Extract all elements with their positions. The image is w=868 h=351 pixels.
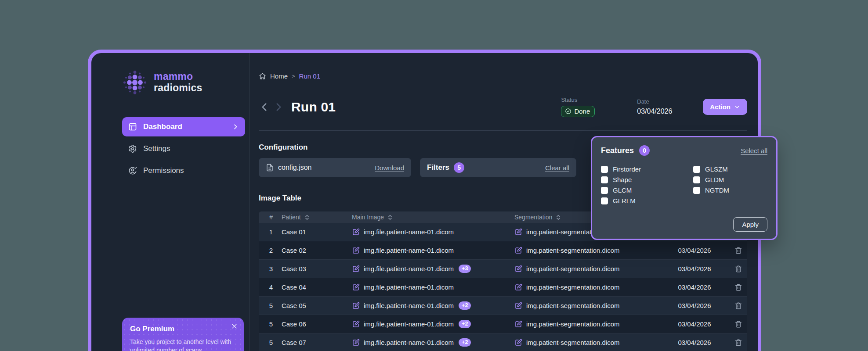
feature-option[interactable]: Shape [601, 176, 693, 183]
table-row[interactable]: 3 Case 03 img.file.patient-name-01.dicom… [259, 260, 747, 278]
features-count-badge: 0 [639, 145, 650, 156]
edit-icon[interactable] [514, 228, 522, 236]
features-popup: Features 0 Select all Firstorder Shape G… [591, 136, 778, 240]
feature-option[interactable]: GLCM [601, 186, 693, 194]
apply-button[interactable]: Apply [733, 217, 767, 232]
edit-icon[interactable] [352, 283, 360, 291]
features-popup-header: Features 0 Select all [601, 145, 767, 156]
main-image-cell: img.file.patient-name-01.dicom [352, 283, 514, 291]
app-name: mammo radiomics [154, 71, 202, 94]
status-block: Status Done [561, 97, 595, 117]
main-image-cell: img.file.patient-name-01.dicom +2 [352, 301, 514, 310]
close-icon[interactable] [231, 323, 238, 330]
sort-icon [304, 215, 310, 220]
chevron-down-icon [734, 104, 740, 110]
segmentation-filename: img.patient-segmentation.dicom [526, 265, 620, 272]
gear-icon [128, 144, 137, 153]
feature-option[interactable]: NGTDM [693, 186, 767, 194]
patient-name: Case 02 [276, 247, 352, 254]
filters-count-badge: 5 [454, 162, 464, 173]
table-row[interactable]: 4 Case 04 img.file.patient-name-01.dicom… [259, 278, 747, 297]
row-number: 3 [259, 265, 276, 272]
table-row[interactable]: 5 Case 07 img.file.patient-name-01.dicom… [259, 333, 747, 351]
dashboard-icon [128, 122, 137, 131]
feature-checkbox[interactable] [693, 187, 700, 194]
feature-option[interactable]: GLSZM [693, 165, 767, 173]
chevron-left-icon[interactable] [259, 101, 270, 113]
segmentation-cell: img.patient-segmentation.dicom [514, 283, 659, 291]
feature-checkbox[interactable] [601, 176, 608, 183]
edit-icon[interactable] [352, 228, 360, 236]
patient-name: Case 03 [276, 265, 352, 272]
table-row[interactable]: 5 Case 05 img.file.patient-name-01.dicom… [259, 297, 747, 315]
feature-checkbox[interactable] [693, 166, 700, 173]
edit-icon[interactable] [352, 265, 360, 273]
status-badge: Done [561, 106, 595, 117]
trash-icon[interactable] [734, 302, 742, 310]
sidebar-item-settings[interactable]: Settings [122, 139, 245, 158]
edit-icon[interactable] [514, 283, 522, 291]
sidebar-item-permissions[interactable]: Permissions [122, 161, 245, 180]
trash-icon[interactable] [734, 283, 742, 291]
segmentation-filename: img.patient-segmentation.dicom [526, 339, 620, 346]
edit-icon[interactable] [352, 247, 360, 254]
table-column-header: # [259, 214, 276, 221]
main-image-filename: img.file.patient-name-01.dicom [364, 283, 454, 291]
edit-icon[interactable] [352, 302, 360, 310]
clear-all-link[interactable]: Clear all [545, 164, 569, 172]
edit-icon[interactable] [514, 247, 522, 254]
edit-icon[interactable] [514, 302, 522, 310]
patient-name: Case 07 [276, 339, 352, 346]
row-number: 1 [259, 228, 276, 236]
trash-icon[interactable] [734, 265, 742, 273]
feature-option[interactable]: GLDM [693, 176, 767, 183]
sidebar: mammo radiomics Dashboard [91, 53, 250, 351]
patient-name: Case 01 [276, 228, 352, 236]
date-label: Date [637, 98, 672, 105]
premium-description: Take you project to another level with u… [130, 338, 236, 351]
select-all-link[interactable]: Select all [741, 147, 767, 154]
feature-checkbox[interactable] [693, 176, 700, 183]
main-image-cell: img.file.patient-name-01.dicom +2 [352, 338, 514, 347]
download-link[interactable]: Download [375, 164, 404, 172]
edit-icon[interactable] [514, 265, 522, 273]
main-image-cell: img.file.patient-name-01.dicom +3 [352, 265, 514, 273]
row-number: 2 [259, 247, 276, 254]
dot-flower-logo-icon [122, 70, 148, 95]
trash-icon[interactable] [734, 339, 742, 347]
feature-checkbox[interactable] [601, 197, 608, 204]
table-column-header[interactable]: Main Image [352, 214, 514, 221]
trash-icon[interactable] [734, 320, 742, 328]
extra-images-badge: +2 [459, 320, 471, 328]
edit-icon[interactable] [514, 320, 522, 328]
sidebar-item-label: Settings [143, 144, 170, 153]
filters-label: Filters [427, 163, 449, 172]
action-button[interactable]: Action [703, 99, 747, 115]
breadcrumb-home[interactable]: Home [270, 72, 288, 80]
sidebar-item-label: Permissions [143, 166, 184, 175]
breadcrumb-separator: > [292, 73, 295, 79]
sidebar-item-dashboard[interactable]: Dashboard [122, 117, 245, 136]
segmentation-cell: img.patient-segmentation.dicom [514, 302, 659, 310]
edit-icon[interactable] [514, 339, 522, 347]
features-options-right: GLSZM GLDM NGTDM [693, 165, 767, 204]
table-column-header[interactable]: Patient [276, 214, 352, 221]
edit-icon[interactable] [352, 320, 360, 328]
chevron-right-icon[interactable] [273, 101, 284, 113]
table-row[interactable]: 2 Case 02 img.file.patient-name-01.dicom… [259, 241, 747, 260]
row-number: 5 [259, 302, 276, 309]
edit-icon[interactable] [352, 339, 360, 347]
check-circle-icon [565, 108, 571, 115]
feature-option[interactable]: GLRLM [601, 197, 693, 204]
trash-icon[interactable] [734, 247, 742, 254]
table-row[interactable]: 5 Case 06 img.file.patient-name-01.dicom… [259, 315, 747, 333]
status-value: Done [574, 107, 590, 115]
feature-checkbox[interactable] [601, 166, 608, 173]
row-number: 5 [259, 320, 276, 328]
config-file-name: config.json [278, 164, 312, 172]
page-header: Run 01 Status Done Date 03/04/2026 Actio… [259, 97, 747, 117]
feature-option[interactable]: Firstorder [601, 165, 693, 173]
feature-checkbox[interactable] [601, 187, 608, 194]
main-image-filename: img.file.patient-name-01.dicom [364, 247, 454, 254]
main-image-filename: img.file.patient-name-01.dicom [364, 302, 454, 309]
